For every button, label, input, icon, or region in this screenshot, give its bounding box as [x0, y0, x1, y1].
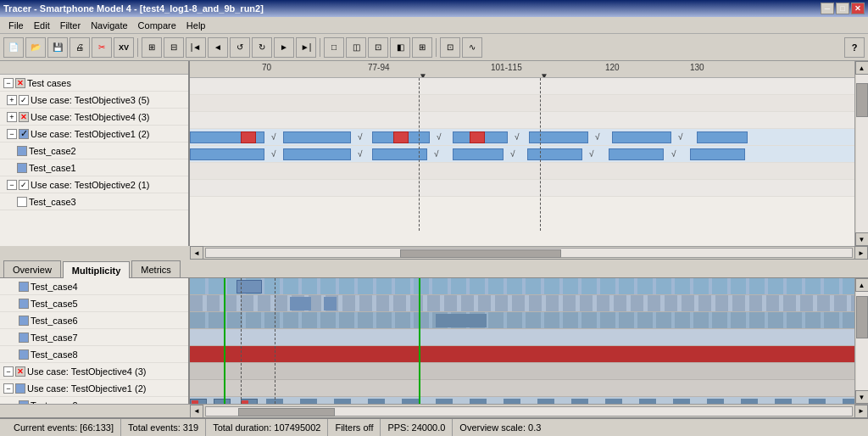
- hscroll-right-btn[interactable]: ►: [854, 246, 868, 260]
- tb-filter1[interactable]: ⊞: [142, 37, 162, 58]
- cb-case8[interactable]: [19, 349, 29, 360]
- checkbox-obj2[interactable]: ✓: [19, 180, 29, 190]
- bt-label-case8: Test_case8: [31, 349, 78, 360]
- vscroll-down-bottom[interactable]: ▼: [855, 390, 869, 404]
- tb-open[interactable]: 📂: [25, 37, 46, 58]
- checkbox-obj3[interactable]: ✓: [19, 95, 29, 105]
- expand-icon-obj1[interactable]: −: [7, 129, 17, 139]
- check-case2-1: √: [271, 132, 276, 142]
- tree-item-obj2[interactable]: − ✓ Use case: TestObjective2 (1): [0, 176, 188, 193]
- tb-view1[interactable]: □: [324, 37, 344, 58]
- checkbox-case3[interactable]: [17, 197, 27, 207]
- checkbox-case1[interactable]: [17, 163, 27, 173]
- tree-item-obj3[interactable]: + ✓ Use case: TestObjective3 (5): [0, 92, 188, 109]
- expand-icon-obj4[interactable]: +: [7, 112, 17, 122]
- bt-item-case4[interactable]: Test_case4: [0, 278, 188, 295]
- tb-cut[interactable]: ✂: [92, 37, 112, 58]
- bt-item-btcase2[interactable]: Test_case2: [0, 397, 188, 404]
- menu-help[interactable]: Help: [181, 19, 211, 32]
- expand-icon-bt-obj4[interactable]: −: [3, 366, 14, 377]
- tb-view5[interactable]: ⊞: [412, 37, 432, 58]
- cb-bt-obj4[interactable]: ✕: [15, 366, 25, 377]
- tb-filter2[interactable]: ⊟: [164, 37, 184, 58]
- checkbox-obj4[interactable]: ✕: [19, 112, 29, 122]
- cb-case4[interactable]: [19, 282, 29, 292]
- maximize-button[interactable]: □: [836, 3, 849, 14]
- checkbox-case2[interactable]: [17, 146, 27, 156]
- vscroll-thumb-top[interactable]: [856, 83, 868, 117]
- tb-view3[interactable]: ⊡: [368, 37, 388, 58]
- tb-nav4[interactable]: ↻: [252, 37, 272, 58]
- separator-2: [320, 38, 320, 57]
- tree-item-root[interactable]: − ✕ Test cases: [0, 75, 188, 92]
- bt-item-obj1[interactable]: − Use case: TestObjective1 (2): [0, 380, 188, 397]
- tree-item-case1[interactable]: Test_case1: [0, 159, 188, 176]
- vscroll-down-top[interactable]: ▼: [855, 232, 869, 246]
- tb-print[interactable]: 🖨: [70, 37, 90, 58]
- tick-70: 70: [262, 63, 271, 72]
- hscroll-bottom-thumb[interactable]: [238, 408, 335, 416]
- hscroll-bottom-left[interactable]: ◄: [190, 405, 203, 418]
- tree-label-obj3: Use case: TestObjective3 (5): [31, 95, 149, 105]
- cb-case5[interactable]: [19, 299, 29, 309]
- expand-icon-bt-obj1[interactable]: −: [3, 383, 14, 394]
- cb-case6[interactable]: [19, 316, 29, 326]
- vscroll-up-top[interactable]: ▲: [855, 61, 869, 75]
- tb-view2[interactable]: ◫: [346, 37, 366, 58]
- tree-item-obj4[interactable]: + ✕ Use case: TestObjective4 (3): [0, 109, 188, 126]
- tb-help[interactable]: ?: [844, 37, 865, 58]
- bt-item-obj4[interactable]: − ✕ Use case: TestObjective4 (3): [0, 363, 188, 380]
- bar-case1-6: [609, 148, 664, 160]
- tb-nav5[interactable]: ►: [274, 37, 294, 58]
- bt-tl-case6: [190, 312, 854, 329]
- menu-compare[interactable]: Compare: [133, 19, 181, 32]
- bar-case1-5: [527, 148, 582, 160]
- tree-item-case3[interactable]: Test_case3: [0, 193, 188, 210]
- tb-nav6[interactable]: ►|: [296, 37, 316, 58]
- tab-overview[interactable]: Overview: [3, 260, 61, 277]
- menu-filter[interactable]: Filter: [55, 19, 86, 32]
- bt-small-block-6: [334, 399, 351, 404]
- tab-multiplicity[interactable]: Multiplicity: [63, 261, 130, 278]
- bt-item-case5[interactable]: Test_case5: [0, 295, 188, 312]
- checkbox-obj1[interactable]: ✓: [19, 129, 29, 139]
- timeline-rows: √ √ √ √ √ √: [190, 78, 854, 197]
- tb-nav2[interactable]: ◄: [208, 37, 228, 58]
- menu-file[interactable]: File: [3, 19, 29, 32]
- separator-1: [137, 38, 138, 57]
- tb-wave[interactable]: ∿: [462, 37, 482, 58]
- bt-item-case6[interactable]: Test_case6: [0, 312, 188, 329]
- tb-nav1[interactable]: |◄: [186, 37, 206, 58]
- hscroll-left-btn[interactable]: ◄: [190, 246, 203, 260]
- check-case1-1: √: [271, 149, 276, 159]
- checkbox-testcases[interactable]: ✕: [15, 78, 25, 88]
- vscroll-up-bottom[interactable]: ▲: [855, 278, 869, 292]
- menu-navigate[interactable]: Navigate: [86, 19, 132, 32]
- bt-item-case8[interactable]: Test_case8: [0, 346, 188, 363]
- vscroll-track-top: [856, 75, 868, 232]
- vscroll-bottom: ▲ ▼: [854, 278, 868, 404]
- hscroll-thumb[interactable]: [400, 249, 562, 258]
- bt-tl-btcase2: [190, 397, 854, 404]
- cb-case7[interactable]: [19, 333, 29, 343]
- close-button[interactable]: ✕: [851, 3, 865, 14]
- cb-bt-obj1[interactable]: [15, 383, 25, 394]
- expand-icon-root[interactable]: −: [3, 78, 14, 88]
- tree-item-case2[interactable]: Test_case2: [0, 143, 188, 159]
- tb-new[interactable]: 📄: [3, 37, 24, 58]
- tb-view4[interactable]: ◧: [390, 37, 410, 58]
- tb-save[interactable]: 💾: [47, 37, 68, 58]
- expand-icon-obj2[interactable]: −: [7, 180, 17, 190]
- tb-nav3[interactable]: ↺: [230, 37, 250, 58]
- expand-icon-obj3[interactable]: +: [7, 95, 17, 105]
- tb-zoom[interactable]: ⊡: [440, 37, 460, 58]
- vscroll-thumb-bottom[interactable]: [856, 296, 868, 338]
- bt-item-case7[interactable]: Test_case7: [0, 329, 188, 346]
- bt-label-obj4: Use case: TestObjective4 (3): [27, 366, 146, 377]
- tree-item-obj1[interactable]: − ✓ Use case: TestObjective1 (2): [0, 126, 188, 143]
- tab-metrics[interactable]: Metrics: [131, 260, 180, 277]
- minimize-button[interactable]: ─: [821, 3, 834, 14]
- hscroll-bottom-right[interactable]: ►: [854, 405, 868, 418]
- tb-xv[interactable]: XV: [114, 37, 134, 58]
- menu-edit[interactable]: Edit: [29, 19, 55, 32]
